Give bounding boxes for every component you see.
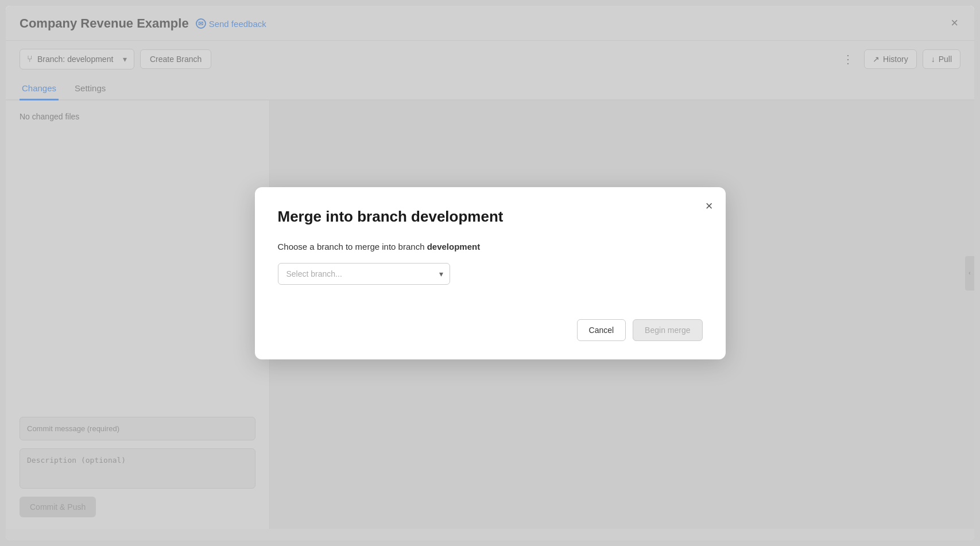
modal-actions: Cancel Begin merge [278, 319, 703, 341]
modal-description: Choose a branch to merge into branch dev… [278, 242, 703, 251]
main-panel: Company Revenue Example ✉ Send feedback … [6, 6, 974, 540]
cancel-button[interactable]: Cancel [577, 319, 626, 341]
begin-merge-button[interactable]: Begin merge [633, 319, 702, 341]
branch-select-wrapper: Select branch... ▾ [278, 263, 450, 285]
modal-close-button[interactable]: × [703, 196, 715, 216]
merge-modal: × Merge into branch development Choose a… [255, 187, 726, 359]
branch-select[interactable]: Select branch... [278, 263, 450, 285]
modal-title: Merge into branch development [278, 208, 703, 226]
modal-branch-name: development [427, 242, 481, 251]
modal-overlay: × Merge into branch development Choose a… [6, 6, 974, 540]
modal-description-prefix: Choose a branch to merge into branch [278, 242, 427, 251]
